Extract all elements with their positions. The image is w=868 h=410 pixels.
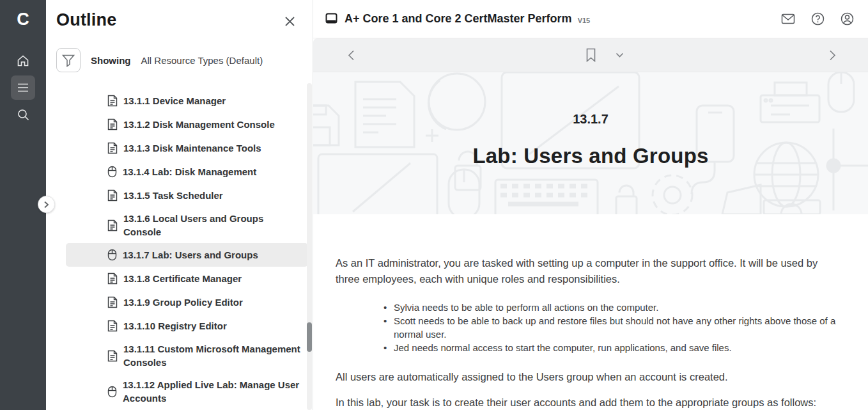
outline-item-label: 13.1.3 Disk Maintenance Tools [123, 141, 261, 155]
messages-button[interactable] [780, 12, 796, 26]
outline-item[interactable]: 13.1.4 Lab: Disk Management [66, 160, 308, 184]
document-icon [107, 272, 118, 285]
outline-item[interactable]: 13.1.2 Disk Management Console [66, 113, 308, 136]
close-icon [284, 15, 296, 28]
outline-item-label: 13.1.4 Lab: Disk Management [123, 165, 256, 178]
chevron-right-icon [43, 201, 49, 209]
next-lesson-button[interactable] [826, 47, 839, 63]
previous-lesson-button[interactable] [345, 47, 357, 63]
requirement-item: Jed needs normal access to start the com… [384, 341, 836, 354]
bookmark-icon [585, 48, 596, 62]
chevron-down-icon [616, 52, 624, 58]
lesson-content: As an IT administrator, you are tasked w… [313, 214, 868, 410]
outline-item[interactable]: 13.1.8 Certificate Manager [66, 267, 308, 290]
outline-item-label: 13.1.11 Custom Microsoft Management Cons… [123, 342, 302, 369]
outline-item-label: 13.1.9 Group Policy Editor [123, 296, 243, 309]
groups-paragraph: All users are automatically assigned to … [336, 369, 836, 385]
document-icon [107, 320, 118, 332]
requirements-list: Sylvia needs to be able to perform all a… [336, 301, 836, 354]
filter-funnel-icon [61, 54, 75, 67]
filter-value: All Resource Types (Default) [141, 55, 263, 66]
outline-scrollbar-thumb[interactable] [307, 322, 312, 352]
course-title: A+ Core 1 and Core 2 CertMaster Perform [345, 12, 572, 26]
intro-paragraph: As an IT administrator, you are tasked w… [336, 255, 836, 287]
outline-scrollbar-track[interactable] [307, 83, 312, 410]
menu-icon [17, 83, 29, 93]
outline-item[interactable]: 13.1.3 Disk Maintenance Tools [66, 136, 308, 160]
showing-label: Showing [91, 55, 131, 66]
outline-item-label: 13.1.5 Task Scheduler [123, 189, 223, 202]
outline-item[interactable]: 13.1.11 Custom Microsoft Management Cons… [66, 338, 308, 374]
outline-item-label: 13.1.1 Device Manager [123, 94, 226, 107]
document-icon [107, 219, 118, 232]
document-icon [107, 350, 118, 362]
outline-item[interactable]: 13.1.10 Registry Editor [66, 314, 308, 338]
ebook-icon [325, 12, 338, 26]
lab-mouse-icon [107, 386, 117, 398]
outline-item-label: 13.1.10 Registry Editor [123, 319, 227, 333]
outline-item-label: 13.1.7 Lab: Users and Groups [123, 248, 258, 262]
home-icon [16, 54, 30, 68]
outline-item[interactable]: 13.1.5 Task Scheduler [66, 184, 308, 207]
outline-panel: Outline Showing All Resource Types (Defa… [46, 0, 313, 410]
requirement-item: Scott needs to be able to back up and re… [384, 314, 836, 341]
filter-row: Showing All Resource Types (Default) [56, 48, 313, 72]
outline-item-label: 13.1.8 Certificate Manager [123, 272, 242, 285]
outline-item-label: 13.1.2 Disk Management Console [123, 118, 275, 131]
lesson-title: Lab: Users and Groups [313, 144, 868, 168]
mail-icon [781, 13, 795, 24]
home-button[interactable] [11, 49, 35, 73]
help-icon [811, 12, 825, 26]
lab-mouse-icon [107, 166, 117, 178]
document-icon [107, 296, 118, 308]
outline-item[interactable]: 13.1.9 Group Policy Editor [66, 290, 308, 314]
document-icon [107, 142, 118, 154]
outline-item[interactable]: 13.1.1 Device Manager [66, 89, 308, 113]
account-button[interactable] [839, 11, 855, 27]
close-outline-button[interactable] [281, 13, 298, 30]
outline-item-label: 13.1.12 Applied Live Lab: Manage User Ac… [123, 378, 302, 405]
help-button[interactable] [810, 11, 826, 27]
outline-title: Outline [56, 10, 116, 30]
lesson-hero-banner: 13.1.7 Lab: Users and Groups [313, 72, 868, 214]
back-chevron-icon [348, 50, 355, 61]
header-actions [780, 11, 855, 27]
bookmark-button[interactable] [583, 45, 599, 65]
outline-item-label: 13.1.6 Local Users and Groups Console [123, 212, 302, 239]
course-version-badge: V15 [578, 17, 591, 24]
filter-button[interactable] [56, 48, 81, 72]
bookmark-menu-button[interactable] [613, 50, 626, 60]
document-icon [107, 95, 118, 107]
document-icon [107, 118, 118, 130]
lesson-number: 13.1.7 [313, 112, 868, 127]
lesson-toolbar [313, 38, 868, 72]
outline-menu-button[interactable] [11, 75, 35, 100]
outline-item[interactable]: 13.1.7 Lab: Users and Groups [66, 243, 308, 267]
comptia-logo[interactable]: C [17, 6, 29, 32]
main-area: A+ Core 1 and Core 2 CertMaster Perform … [313, 0, 868, 410]
app-window: C Outline [0, 0, 868, 410]
outline-item[interactable]: 13.1.6 Local Users and Groups Console [66, 207, 308, 243]
document-icon [107, 189, 118, 201]
requirement-item: Sylvia needs to be able to perform all a… [384, 301, 836, 314]
search-button[interactable] [11, 102, 35, 127]
collapse-panel-button[interactable] [38, 196, 55, 213]
account-icon [841, 12, 854, 26]
lab-mouse-icon [107, 249, 117, 261]
outline-item[interactable]: 13.1.12 Applied Live Lab: Manage User Ac… [66, 374, 308, 409]
outline-list: 13.1.1 Device Manager 13.1.2 Disk Manage… [66, 89, 308, 409]
search-icon [17, 108, 30, 122]
course-header: A+ Core 1 and Core 2 CertMaster Perform … [313, 0, 868, 38]
task-paragraph: In this lab, your task is to create thei… [336, 395, 836, 410]
next-chevron-icon [829, 50, 836, 61]
